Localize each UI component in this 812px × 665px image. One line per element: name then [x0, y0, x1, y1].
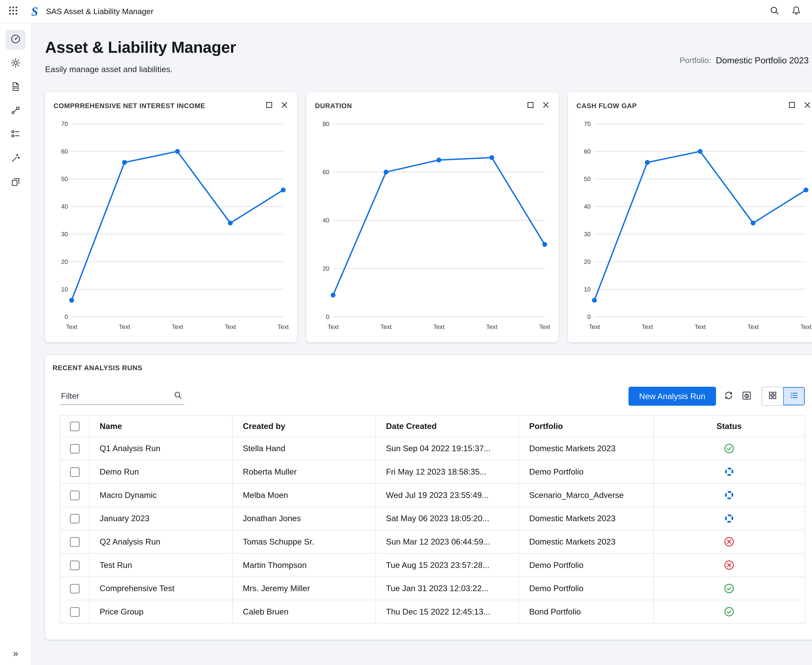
row-checkbox[interactable]: [70, 467, 80, 477]
table-row[interactable]: Q2 Analysis RunTomas Schuppe Sr.Sun Mar …: [60, 530, 805, 554]
cell-status: [653, 577, 805, 600]
row-checkbox[interactable]: [70, 607, 80, 617]
table-row[interactable]: Test RunMartin ThompsonTue Aug 15 2023 2…: [60, 553, 805, 577]
dashboard-icon: [10, 33, 21, 46]
cell-portfolio: Demo Portfolio: [519, 460, 653, 483]
cell-name: Macro Dynamic: [89, 483, 233, 507]
maximize-button[interactable]: [788, 101, 796, 111]
row-checkbox[interactable]: [70, 444, 80, 454]
cell-created-by: Martin Thompson: [233, 553, 376, 577]
cell-date-created: Sun Sep 04 2022 19:15:37...: [376, 437, 519, 460]
table-row[interactable]: Macro DynamicMelba MoenWed Jul 19 2023 2…: [60, 483, 805, 507]
cell-status: [653, 553, 805, 577]
pipeline-icon: [10, 105, 21, 118]
svg-text:40: 40: [323, 217, 329, 224]
chart-title: DURATION: [315, 102, 352, 110]
svg-text:40: 40: [61, 203, 68, 210]
svg-text:Text: Text: [66, 324, 77, 330]
cell-date-created: Tue Jan 31 2023 12:03:22...: [376, 577, 519, 600]
spinner-icon: [724, 513, 734, 524]
new-analysis-run-button[interactable]: New Analysis Run: [628, 387, 716, 406]
refresh-button[interactable]: [723, 390, 734, 402]
sidebar-expand-button[interactable]: »: [13, 648, 18, 658]
cell-name: Q1 Analysis Run: [89, 437, 233, 460]
sidebar-item-pipelines[interactable]: [5, 101, 26, 121]
svg-text:Text: Text: [748, 324, 759, 330]
spinner-icon: [724, 467, 734, 477]
cell-created-by: Stella Hand: [233, 437, 376, 460]
portfolio-value: Domestic Portfolio 2023: [716, 55, 809, 65]
svg-text:Text: Text: [801, 324, 811, 330]
filter-input[interactable]: [60, 388, 184, 405]
svg-text:Text: Text: [486, 324, 497, 330]
row-checkbox[interactable]: [70, 491, 80, 500]
column-header-created-by[interactable]: Created by: [233, 416, 376, 437]
close-button[interactable]: [281, 101, 289, 111]
column-header-date-created[interactable]: Date Created: [376, 416, 519, 437]
column-header-name[interactable]: Name: [89, 416, 233, 437]
close-button[interactable]: [542, 101, 550, 111]
svg-text:Text: Text: [642, 324, 653, 330]
sidebar-item-documents[interactable]: [5, 77, 26, 98]
cell-date-created: Fri May 12 2023 18:58:35...: [376, 460, 519, 483]
sas-logo-icon: S: [31, 5, 38, 18]
svg-text:0: 0: [587, 313, 591, 320]
table-row[interactable]: Price GroupCaleb BruenThu Dec 15 2022 12…: [60, 600, 805, 624]
cell-date-created: Wed Jul 19 2023 23:55:49...: [376, 483, 519, 507]
search-button[interactable]: [769, 5, 779, 17]
chart-card-net-interest-income: COMPRREHENSIVE NET INTEREST INCOME 01020…: [45, 92, 297, 342]
svg-text:30: 30: [584, 231, 591, 238]
chart-title: CASH FLOW GAP: [576, 102, 637, 110]
grid-view-icon: [768, 391, 778, 402]
sidebar-item-settings[interactable]: [5, 54, 26, 74]
portfolio-selector[interactable]: Portfolio: Domestic Portfolio 2023: [680, 55, 812, 65]
close-icon: [542, 101, 550, 111]
cell-date-created: Tue Aug 15 2023 23:57:28...: [376, 553, 519, 577]
table-row[interactable]: January 2023Jonathan JonesSat May 06 202…: [60, 507, 805, 530]
document-icon: [10, 81, 21, 94]
column-header-status[interactable]: Status: [653, 416, 805, 437]
app-switcher-button[interactable]: [8, 6, 18, 17]
cell-portfolio: Bond Portfolio: [519, 600, 653, 624]
table-row[interactable]: Q1 Analysis RunStella HandSun Sep 04 202…: [60, 437, 805, 460]
sidebar-item-tools[interactable]: [5, 149, 26, 169]
column-header-portfolio[interactable]: Portfolio: [519, 416, 653, 437]
app-switcher-icon: [8, 6, 18, 17]
row-checkbox[interactable]: [70, 537, 80, 547]
close-button[interactable]: [804, 101, 811, 111]
cell-name: Test Run: [89, 553, 233, 577]
sidebar-item-tasks[interactable]: [5, 125, 26, 145]
svg-text:60: 60: [61, 148, 68, 155]
list-view-button[interactable]: [783, 387, 805, 405]
table-row[interactable]: Demo RunRoberta MullerFri May 12 2023 18…: [60, 460, 805, 483]
maximize-icon: [527, 101, 535, 111]
svg-text:10: 10: [61, 286, 68, 293]
maximize-button[interactable]: [265, 101, 273, 111]
cell-created-by: Roberta Muller: [233, 460, 376, 483]
check-circle-icon: [724, 443, 734, 454]
sidebar-item-dashboard[interactable]: [5, 30, 26, 50]
svg-text:20: 20: [61, 258, 68, 265]
section-title: RECENT ANALYSIS RUNS: [52, 355, 805, 372]
svg-text:Text: Text: [327, 324, 339, 330]
check-circle-icon: [724, 583, 734, 594]
notifications-button[interactable]: [791, 5, 801, 17]
table-row[interactable]: Comprehensive TestMrs. Jeremy MillerTue …: [60, 577, 805, 600]
cell-portfolio: Scenario_Marco_Adverse: [519, 483, 653, 507]
row-checkbox[interactable]: [70, 514, 80, 524]
select-all-checkbox[interactable]: [70, 422, 80, 431]
scheduled-runs-button[interactable]: [741, 390, 752, 402]
cell-portfolio: Domestic Markets 2023: [519, 437, 653, 460]
view-toggle: [762, 387, 805, 406]
row-checkbox[interactable]: [70, 584, 80, 594]
settings-icon: [10, 57, 21, 70]
x-circle-icon: [724, 560, 734, 570]
wand-icon: [10, 152, 21, 165]
cell-status: [653, 437, 805, 460]
grid-view-button[interactable]: [762, 387, 783, 405]
chart-card-duration: DURATION 020406080TextTextTextTextText: [307, 92, 558, 342]
row-checkbox[interactable]: [70, 560, 80, 570]
maximize-button[interactable]: [527, 101, 535, 111]
cell-select: [60, 553, 89, 577]
sidebar-item-copy[interactable]: [5, 173, 26, 193]
